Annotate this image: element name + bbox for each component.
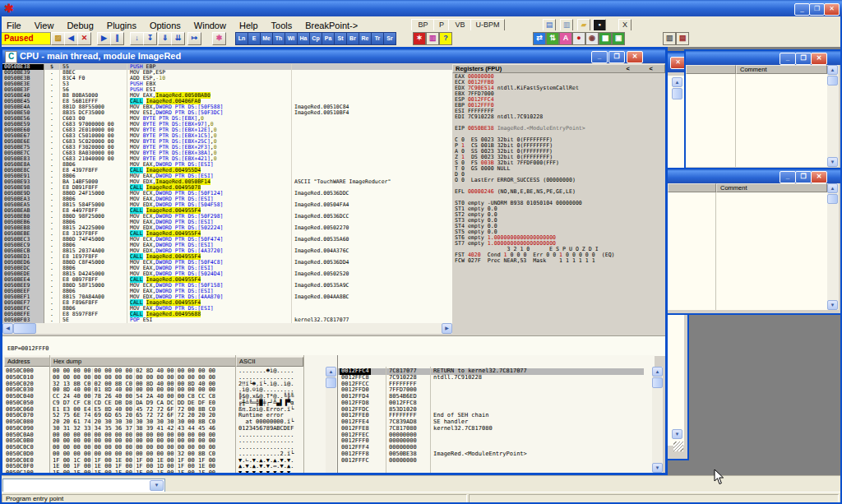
close-button[interactable]: ✕	[824, 3, 840, 16]
swap-panes-icon[interactable]: ⇄	[533, 32, 546, 45]
grid-icon[interactable]: ▦	[599, 32, 612, 45]
stack-row[interactable]: 0012FFD48054B6ED	[338, 394, 644, 400]
scrollbar-thumb[interactable]	[827, 194, 838, 204]
side-top-restore-button[interactable]: ❐	[795, 53, 812, 65]
stack-row[interactable]: 0012FFFC00000000	[338, 458, 644, 465]
scroll-up-icon[interactable]: ▲	[672, 77, 682, 87]
scroll-down-icon[interactable]: ▼	[672, 429, 682, 439]
toolbar-button-sr[interactable]: Sr	[383, 32, 396, 45]
scroll-up-icon[interactable]: ▲	[652, 367, 663, 377]
resize-grip[interactable]	[673, 442, 683, 451]
side-top-column-comment[interactable]: Comment	[736, 65, 827, 74]
step-into-icon[interactable]: ↓	[130, 32, 144, 45]
toolbar-button-th[interactable]: Th	[272, 32, 285, 45]
animate-into-icon[interactable]: ⇓	[158, 32, 172, 45]
side-middle-minimize-button[interactable]: _	[780, 171, 796, 183]
toolbar-button-wi[interactable]: Wi	[285, 32, 298, 45]
side-middle-column-blank[interactable]	[668, 183, 716, 192]
options-gear-icon[interactable]: ✶	[413, 32, 426, 45]
side-middle-restore-button[interactable]: ❐	[795, 171, 812, 183]
scrollbar-thumb[interactable]	[827, 76, 838, 86]
side-top-minimize-button[interactable]: _	[780, 53, 796, 65]
disasm-row[interactable]: 0050BE3E.53PUSH EBX	[2, 81, 452, 87]
hit-trace-icon[interactable]: ✱	[212, 32, 226, 45]
register-line[interactable]: EFL 00000246 (NO,NB,E,BE,NS,PE,GE,LE)	[452, 189, 665, 195]
toolbar-button-br[interactable]: Br	[346, 32, 359, 45]
step-over-icon[interactable]: ↧	[143, 32, 157, 45]
side-window-middle[interactable]: _ ❐ ✕ Comment ▲ ▼	[666, 168, 842, 315]
scrollbar-thumb[interactable]	[672, 88, 682, 99]
minimize-button[interactable]: _	[794, 3, 810, 16]
disassembly-hscrollbar[interactable]: ◀ ▶	[2, 323, 452, 334]
command-combobox[interactable]: ▼	[2, 479, 165, 492]
dump-header-address[interactable]: Address	[4, 357, 50, 367]
info-pane[interactable]: EBP=0012FFF0	[2, 335, 665, 356]
spiral-icon[interactable]: ◉	[585, 32, 599, 45]
close-program-icon[interactable]: ✕	[77, 32, 91, 45]
till-return-icon[interactable]: ↦	[187, 32, 201, 45]
register-line[interactable]: EDI 7C910228 ntdll.7C910228	[452, 114, 665, 120]
dump-header-ascii[interactable]: ASCII	[236, 357, 303, 367]
panels-icon[interactable]: ▥	[663, 32, 676, 45]
scrollbar-thumb[interactable]	[326, 377, 336, 388]
side-middle-column-comment[interactable]: Comment	[716, 183, 827, 192]
side-top-close-button[interactable]: ✕	[811, 53, 827, 65]
scroll-up-icon[interactable]: ▲	[827, 65, 838, 75]
open-file-icon[interactable]: ▨	[51, 32, 65, 45]
assembler-icon[interactable]: A	[559, 32, 572, 45]
side-top-column-blank[interactable]	[686, 65, 736, 74]
cpu-close-button[interactable]: ✕	[627, 51, 643, 63]
collapse-arrow-icon[interactable]: <	[650, 65, 653, 73]
scrollbar-thumb[interactable]	[652, 377, 663, 388]
scroll-up-icon[interactable]: ▲	[326, 367, 336, 377]
disasm-row[interactable]: 0050BE3B.83C4 F0ADD ESP,-10	[2, 76, 452, 81]
toolbar-button-me[interactable]: Me	[260, 32, 273, 45]
register-line[interactable]: O 0 LastErr ERROR_SUCCESS (00000000)	[452, 178, 665, 183]
cpu-restore-button[interactable]: ❐	[608, 51, 625, 63]
cpu-minimize-button[interactable]: _	[591, 51, 608, 63]
screen-icon[interactable]: ▣	[612, 32, 625, 45]
run-icon[interactable]: ▶	[97, 32, 111, 45]
side-middle-close-button[interactable]: ✕	[811, 171, 827, 183]
animate-over-icon[interactable]: ⇊	[171, 32, 185, 45]
command-input[interactable]	[4, 480, 152, 491]
restart-icon[interactable]: ◀	[64, 32, 78, 45]
toolbar-button-pa[interactable]: Pa	[322, 32, 335, 45]
toolbar-button-ln[interactable]: Ln	[235, 32, 248, 45]
stack-row[interactable]: 0012FFC87C910228ntdll.7C910228	[338, 375, 644, 381]
stack-row[interactable]: 0012FFD80012FFC8	[338, 400, 644, 407]
scroll-down-icon[interactable]: ▼	[827, 300, 838, 310]
dump-header-hex[interactable]: Hex dump	[50, 357, 236, 367]
stack-row[interactable]: 0012FFE87C817080kernel32.7C817080	[338, 426, 644, 432]
cpu-title-bar[interactable]: C CPU - main thread, module ImageRed _ ❐…	[2, 49, 665, 63]
record-icon[interactable]: ●	[572, 32, 585, 45]
register-line[interactable]: FCW 027F Prec NEAR,53 Mask 1 1 1 1 1 1	[452, 258, 665, 264]
toolbar-button-re[interactable]: Re	[359, 32, 372, 45]
stack-row[interactable]: 0012FFD07FFD7000	[338, 387, 644, 394]
scroll-down-icon[interactable]: ▼	[652, 463, 663, 473]
collapse-arrow-icon[interactable]: <	[627, 65, 630, 73]
toolbar-button-tr[interactable]: Tr	[371, 32, 384, 45]
disassembly-pane[interactable]: 0050BE38$55PUSH EBP0050BE39.8BECMOV EBP,…	[2, 64, 452, 323]
side-middle-title-bar[interactable]: _ ❐ ✕	[668, 169, 842, 183]
side-middle-scrollbar[interactable]: ▲ ▼	[827, 183, 839, 310]
layout-icon[interactable]: ▤	[676, 32, 689, 45]
disasm-row[interactable]: 0050BEFE.E8 8597F8FFCALL ImageRed.004956…	[2, 312, 452, 317]
side-top-title-bar[interactable]: _ ❐ ✕	[686, 51, 842, 65]
scroll-left-icon[interactable]: ◀	[2, 323, 13, 334]
appearance-icon[interactable]: ▥	[426, 32, 439, 45]
stack-row[interactable]: 0012FFDC853D1020	[338, 407, 644, 414]
help-question-icon[interactable]: ?	[439, 32, 452, 45]
disasm-row[interactable]: 0050BF03.5EPOP ESIkernel32.7C817077	[2, 317, 452, 323]
registers-header[interactable]: Registers (FPU) < <	[452, 64, 665, 73]
scrollbar-thumb[interactable]	[13, 323, 36, 334]
pause-icon[interactable]: ∥	[110, 32, 124, 45]
scroll-up-icon[interactable]: ▲	[827, 183, 838, 193]
dump-scrollbar[interactable]: ▲	[326, 367, 336, 473]
stack-row[interactable]: 0012FFEC00000000	[338, 432, 644, 439]
stack-scrollbar[interactable]: ▲ ▼	[652, 367, 663, 473]
side-window-top[interactable]: _ ❐ ✕ Comment ▲ ▼	[684, 49, 842, 172]
scroll-right-icon[interactable]: ▶	[442, 323, 452, 334]
stack-row[interactable]: 0012FFC47C817077RETURN to kernel32.7C817…	[338, 368, 644, 375]
scroll-down-icon[interactable]: ▼	[827, 157, 838, 167]
